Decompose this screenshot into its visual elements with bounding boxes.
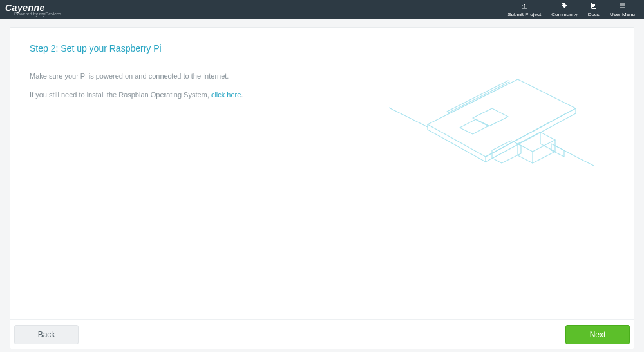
nav-label: User Menu <box>610 12 635 18</box>
back-button[interactable]: Back <box>14 325 79 344</box>
nav-label: Docs <box>588 12 600 18</box>
nav-submit-project[interactable]: Submit Project <box>504 2 545 18</box>
instruction-line-2-suffix: . <box>241 91 243 99</box>
menu-icon <box>618 2 626 12</box>
instruction-line-2-prefix: If you still need to install the Raspbia… <box>30 91 211 99</box>
instruction-line-2: If you still need to install the Raspbia… <box>30 90 300 100</box>
raspberry-pi-illustration <box>389 47 595 182</box>
nav-label: Community <box>551 12 577 18</box>
top-nav: Submit Project Community Docs User Menu <box>504 2 639 18</box>
upload-icon <box>520 2 528 12</box>
topbar: Cayenne Powered by myDevices Submit Proj… <box>0 0 644 19</box>
card-footer: Back Next <box>10 319 634 349</box>
brand-name: Cayenne <box>5 3 61 12</box>
next-button[interactable]: Next <box>565 325 630 344</box>
tag-icon <box>560 2 568 12</box>
nav-docs[interactable]: Docs <box>584 2 603 18</box>
instruction-line-1: Make sure your Pi is powered on and conn… <box>30 72 300 81</box>
card-content: Step 2: Set up your Raspberry Pi Make su… <box>10 28 634 311</box>
svg-rect-0 <box>522 8 527 8</box>
brand-block: Cayenne Powered by myDevices <box>5 3 61 16</box>
nav-community[interactable]: Community <box>547 2 581 18</box>
setup-card: Step 2: Set up your Raspberry Pi Make su… <box>10 27 634 349</box>
nav-label: Submit Project <box>507 12 541 18</box>
install-raspbian-link[interactable]: click here <box>211 91 241 99</box>
docs-icon <box>590 2 598 12</box>
brand-tagline: Powered by myDevices <box>14 12 61 16</box>
nav-user-menu[interactable]: User Menu <box>606 2 639 18</box>
